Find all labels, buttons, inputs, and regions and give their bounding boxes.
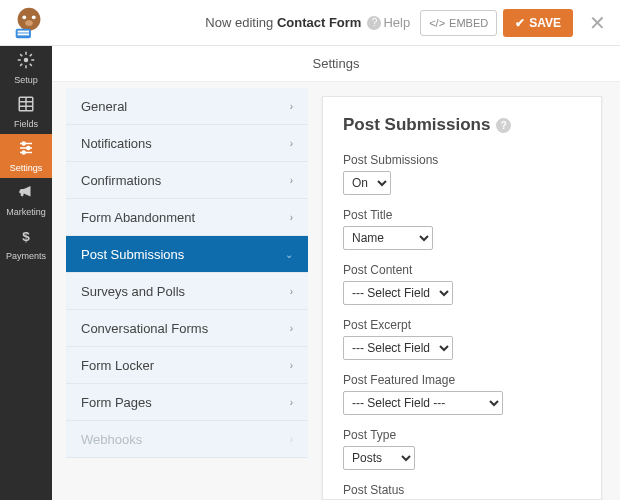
svg-point-17 xyxy=(22,151,25,154)
nav-label: Fields xyxy=(14,119,38,129)
close-icon[interactable]: ✕ xyxy=(585,7,610,39)
settings-menu: General›Notifications›Confirmations›Form… xyxy=(52,82,308,500)
svg-point-1 xyxy=(22,15,26,19)
svg-point-0 xyxy=(18,7,41,30)
marketing-icon xyxy=(17,183,35,205)
field-post-content: Post Content--- Select Field --- xyxy=(343,263,581,305)
nav-item-setup[interactable]: Setup xyxy=(0,46,52,90)
chevron-right-icon: › xyxy=(290,434,293,445)
chevron-right-icon: › xyxy=(290,360,293,371)
now-editing-label: Now editing Contact Form xyxy=(205,15,361,30)
field-post-excerpt: Post Excerpt--- Select Field --- xyxy=(343,318,581,360)
menu-item-post-submissions[interactable]: Post Submissions⌄ xyxy=(66,236,308,273)
menu-item-surveys-and-polls[interactable]: Surveys and Polls› xyxy=(66,273,308,310)
field-label: Post Featured Image xyxy=(343,373,581,387)
chevron-right-icon: › xyxy=(290,175,293,186)
nav-item-settings[interactable]: Settings xyxy=(0,134,52,178)
topbar: Now editing Contact Form ? Help </> EMBE… xyxy=(0,0,620,46)
svg-point-7 xyxy=(24,58,29,63)
menu-label: General xyxy=(81,99,127,114)
svg-rect-6 xyxy=(18,33,29,35)
field-select[interactable]: --- Select Field --- xyxy=(343,336,453,360)
help-link[interactable]: Help xyxy=(383,15,410,30)
field-label: Post Title xyxy=(343,208,581,222)
svg-point-16 xyxy=(27,147,30,150)
panel-header: Settings xyxy=(52,46,620,82)
field-select[interactable]: --- Select Field --- xyxy=(343,281,453,305)
chevron-right-icon: › xyxy=(290,286,293,297)
menu-label: Conversational Forms xyxy=(81,321,208,336)
save-button[interactable]: ✔ SAVE xyxy=(503,9,573,37)
help-icon: ? xyxy=(367,16,381,30)
chevron-right-icon: › xyxy=(290,212,293,223)
field-post-title: Post TitleName xyxy=(343,208,581,250)
field-select[interactable]: Name xyxy=(343,226,433,250)
embed-button[interactable]: </> EMBED xyxy=(420,10,497,36)
menu-label: Webhooks xyxy=(81,432,142,447)
svg-point-2 xyxy=(32,15,36,19)
menu-item-confirmations[interactable]: Confirmations› xyxy=(66,162,308,199)
left-nav: SetupFieldsSettingsMarketing$Payments xyxy=(0,46,52,500)
svg-text:$: $ xyxy=(22,229,30,244)
panel-title: Post Submissions ? xyxy=(343,115,581,135)
menu-item-general[interactable]: General› xyxy=(66,88,308,125)
check-icon: ✔ xyxy=(515,16,525,30)
menu-label: Post Submissions xyxy=(81,247,184,262)
field-label: Post Excerpt xyxy=(343,318,581,332)
chevron-right-icon: › xyxy=(290,323,293,334)
menu-label: Notifications xyxy=(81,136,152,151)
field-post-featured-image: Post Featured Image--- Select Field --- xyxy=(343,373,581,415)
menu-label: Form Locker xyxy=(81,358,154,373)
menu-item-notifications[interactable]: Notifications› xyxy=(66,125,308,162)
menu-item-conversational-forms[interactable]: Conversational Forms› xyxy=(66,310,308,347)
app-logo xyxy=(10,4,48,42)
menu-item-form-pages[interactable]: Form Pages› xyxy=(66,384,308,421)
chevron-down-icon: ⌄ xyxy=(285,249,293,260)
field-post-submissions: Post SubmissionsOn xyxy=(343,153,581,195)
menu-label: Form Abandonment xyxy=(81,210,195,225)
menu-item-form-locker[interactable]: Form Locker› xyxy=(66,347,308,384)
field-select[interactable]: --- Select Field --- xyxy=(343,391,503,415)
nav-item-payments[interactable]: $Payments xyxy=(0,222,52,266)
field-select[interactable]: Posts xyxy=(343,446,415,470)
chevron-right-icon: › xyxy=(290,101,293,112)
payments-icon: $ xyxy=(17,227,35,249)
field-label: Post Content xyxy=(343,263,581,277)
field-select[interactable]: On xyxy=(343,171,391,195)
chevron-right-icon: › xyxy=(290,138,293,149)
code-icon: </> xyxy=(429,17,445,29)
menu-item-webhooks: Webhooks› xyxy=(66,421,308,458)
nav-label: Settings xyxy=(10,163,43,173)
fields-icon xyxy=(17,95,35,117)
nav-item-marketing[interactable]: Marketing xyxy=(0,178,52,222)
menu-label: Confirmations xyxy=(81,173,161,188)
chevron-right-icon: › xyxy=(290,397,293,408)
setup-icon xyxy=(17,51,35,73)
nav-item-fields[interactable]: Fields xyxy=(0,90,52,134)
field-post-type: Post TypePosts xyxy=(343,428,581,470)
field-label: Post Status xyxy=(343,483,581,497)
settings-panel: Post Submissions ? Post SubmissionsOnPos… xyxy=(322,96,602,500)
field-label: Post Type xyxy=(343,428,581,442)
settings-icon xyxy=(17,139,35,161)
menu-label: Form Pages xyxy=(81,395,152,410)
help-icon: ? xyxy=(496,118,511,133)
svg-point-15 xyxy=(22,142,25,145)
menu-item-form-abandonment[interactable]: Form Abandonment› xyxy=(66,199,308,236)
svg-point-3 xyxy=(25,20,33,26)
field-post-status: Post Status xyxy=(343,483,581,497)
nav-label: Setup xyxy=(14,75,38,85)
nav-label: Payments xyxy=(6,251,46,261)
svg-rect-5 xyxy=(18,30,29,32)
field-label: Post Submissions xyxy=(343,153,581,167)
menu-label: Surveys and Polls xyxy=(81,284,185,299)
nav-label: Marketing xyxy=(6,207,46,217)
